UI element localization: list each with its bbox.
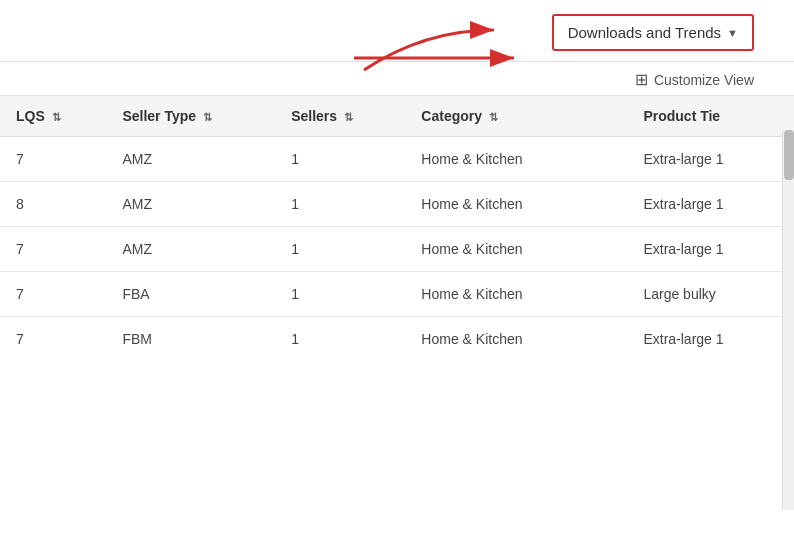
table-row: 7AMZ1Home & KitchenExtra-large 1	[0, 227, 794, 272]
table-row: 8AMZ1Home & KitchenExtra-large 1	[0, 182, 794, 227]
cell-category-3: Home & Kitchen	[405, 272, 627, 317]
cell-seller_type-2: AMZ	[106, 227, 275, 272]
col-header-seller-type[interactable]: Seller Type ⇅	[106, 96, 275, 137]
cell-sellers-4: 1	[275, 317, 405, 362]
sort-icon-lqs: ⇅	[52, 111, 61, 124]
cell-category-0: Home & Kitchen	[405, 137, 627, 182]
cell-lqs-4: 7	[0, 317, 106, 362]
cell-sellers-0: 1	[275, 137, 405, 182]
cell-sellers-2: 1	[275, 227, 405, 272]
cell-lqs-1: 8	[0, 182, 106, 227]
customize-icon: ⊞	[635, 70, 648, 89]
table-header-row: LQS ⇅ Seller Type ⇅ Sellers ⇅ Category ⇅…	[0, 96, 794, 137]
top-bar: Downloads and Trends ▼	[0, 0, 794, 62]
data-table-wrapper: LQS ⇅ Seller Type ⇅ Sellers ⇅ Category ⇅…	[0, 96, 794, 361]
col-header-sellers[interactable]: Sellers ⇅	[275, 96, 405, 137]
customize-bar: ⊞ Customize View	[0, 62, 794, 96]
cell-product_tie-1: Extra-large 1	[627, 182, 794, 227]
cell-lqs-0: 7	[0, 137, 106, 182]
cell-seller_type-3: FBA	[106, 272, 275, 317]
sort-icon-sellers: ⇅	[344, 111, 353, 124]
cell-lqs-2: 7	[0, 227, 106, 272]
data-table: LQS ⇅ Seller Type ⇅ Sellers ⇅ Category ⇅…	[0, 96, 794, 361]
cell-category-2: Home & Kitchen	[405, 227, 627, 272]
sort-icon-category: ⇅	[489, 111, 498, 124]
downloads-trends-dropdown[interactable]: Downloads and Trends ▼	[552, 14, 754, 51]
cell-sellers-3: 1	[275, 272, 405, 317]
scrollbar-thumb[interactable]	[784, 130, 794, 180]
col-header-lqs[interactable]: LQS ⇅	[0, 96, 106, 137]
cell-product_tie-4: Extra-large 1	[627, 317, 794, 362]
scrollbar-track[interactable]	[782, 130, 794, 510]
cell-product_tie-0: Extra-large 1	[627, 137, 794, 182]
dropdown-label: Downloads and Trends	[568, 24, 721, 41]
cell-product_tie-2: Extra-large 1	[627, 227, 794, 272]
cell-category-4: Home & Kitchen	[405, 317, 627, 362]
cell-sellers-1: 1	[275, 182, 405, 227]
dropdown-caret: ▼	[727, 27, 738, 39]
col-header-product-tie: Product Tie	[627, 96, 794, 137]
sort-icon-seller-type: ⇅	[203, 111, 212, 124]
page-container: Downloads and Trends ▼ ⊞ Customize View	[0, 0, 794, 536]
cell-category-1: Home & Kitchen	[405, 182, 627, 227]
cell-lqs-3: 7	[0, 272, 106, 317]
cell-seller_type-0: AMZ	[106, 137, 275, 182]
customize-view-label[interactable]: Customize View	[654, 72, 754, 88]
cell-product_tie-3: Large bulky	[627, 272, 794, 317]
col-header-category[interactable]: Category ⇅	[405, 96, 627, 137]
cell-seller_type-1: AMZ	[106, 182, 275, 227]
table-row: 7FBM1Home & KitchenExtra-large 1	[0, 317, 794, 362]
table-row: 7AMZ1Home & KitchenExtra-large 1	[0, 137, 794, 182]
cell-seller_type-4: FBM	[106, 317, 275, 362]
table-row: 7FBA1Home & KitchenLarge bulky	[0, 272, 794, 317]
